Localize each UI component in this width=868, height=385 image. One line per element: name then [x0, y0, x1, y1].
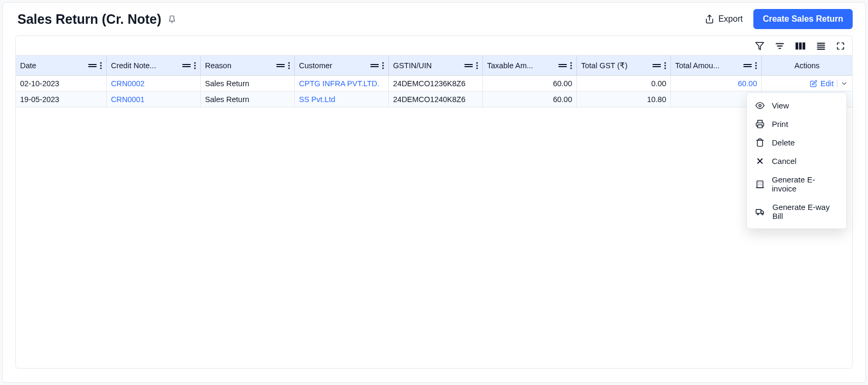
svg-rect-63: [756, 209, 761, 213]
svg-point-37: [477, 67, 478, 69]
filter-list-icon[interactable]: [775, 41, 785, 51]
svg-point-36: [477, 65, 478, 66]
cell-reason: Sales Return: [201, 76, 295, 91]
col-header-actions: Actions: [762, 56, 852, 75]
cell-gstin: 24DEMCO1240K8Z6: [389, 91, 483, 107]
svg-point-47: [665, 67, 666, 69]
fullscreen-icon[interactable]: [836, 42, 845, 50]
truck-icon: [755, 207, 765, 216]
drag-handle-icon[interactable]: [464, 63, 473, 68]
drag-handle-icon[interactable]: [182, 63, 191, 68]
svg-point-22: [194, 67, 196, 69]
export-button[interactable]: Export: [703, 11, 745, 27]
eye-icon: [755, 101, 764, 110]
drag-handle-icon[interactable]: [88, 63, 97, 68]
column-menu-icon[interactable]: [755, 62, 757, 69]
drag-handle-icon[interactable]: [370, 63, 379, 68]
dropdown-view[interactable]: View: [747, 96, 846, 115]
column-menu-icon[interactable]: [476, 62, 478, 69]
svg-point-32: [382, 67, 384, 69]
dropdown-print[interactable]: Print: [747, 115, 846, 133]
table-row: 19-05-2023 CRN0001 Sales Return SS Pvt.L…: [16, 91, 852, 107]
create-sales-return-button[interactable]: Create Sales Return: [753, 9, 853, 29]
svg-point-35: [477, 62, 478, 63]
col-header-gst[interactable]: Total GST (₹): [577, 56, 671, 75]
edit-icon[interactable]: [810, 80, 817, 87]
svg-rect-8: [802, 42, 805, 49]
pin-icon[interactable]: [167, 15, 176, 24]
cell-customer-link[interactable]: CPTG INFRA PVT.LTD.: [295, 76, 389, 91]
export-icon: [705, 14, 714, 24]
drag-handle-icon[interactable]: [652, 63, 661, 68]
svg-point-27: [288, 67, 290, 69]
col-header-date[interactable]: Date: [16, 56, 107, 75]
cell-amount-link[interactable]: 60.00: [671, 76, 762, 91]
svg-point-64: [757, 213, 759, 215]
col-header-credit-note[interactable]: Credit Note...: [107, 56, 201, 75]
cell-date: 02-10-2023: [16, 76, 107, 91]
svg-rect-54: [758, 125, 762, 128]
svg-point-42: [571, 67, 572, 69]
cell-gstin: 24DEMCO1236K8Z6: [389, 76, 483, 91]
svg-point-50: [755, 62, 757, 63]
drag-handle-icon[interactable]: [743, 63, 752, 68]
svg-point-40: [571, 62, 572, 63]
svg-point-16: [100, 65, 102, 66]
columns-icon[interactable]: [795, 41, 806, 51]
svg-point-46: [665, 65, 666, 66]
filter-icon[interactable]: [755, 41, 764, 51]
building-icon: [755, 180, 764, 189]
column-menu-icon[interactable]: [194, 62, 196, 69]
table-row: 02-10-2023 CRN0002 Sales Return CPTG INF…: [16, 76, 852, 91]
column-menu-icon[interactable]: [100, 62, 102, 69]
cell-customer-link[interactable]: SS Pvt.Ltd: [295, 91, 389, 107]
cell-gst: 10.80: [577, 91, 671, 107]
svg-point-31: [382, 65, 384, 66]
edit-button[interactable]: Edit: [820, 79, 834, 88]
col-header-taxable[interactable]: Taxable Am...: [483, 56, 577, 75]
dropdown-cancel[interactable]: Cancel: [747, 152, 846, 170]
svg-point-21: [194, 65, 196, 66]
col-header-customer[interactable]: Customer: [295, 56, 389, 75]
svg-point-26: [288, 65, 290, 66]
col-header-reason[interactable]: Reason: [201, 56, 295, 75]
export-label: Export: [718, 14, 743, 24]
chevron-down-icon[interactable]: [841, 80, 848, 87]
grid-header-row: Date Credit Note... Reason: [16, 56, 852, 76]
dropdown-generate-ewaybill[interactable]: Generate E-way Bill: [747, 198, 846, 225]
svg-point-25: [288, 62, 290, 63]
svg-point-53: [759, 104, 761, 106]
svg-point-52: [755, 67, 757, 69]
density-icon[interactable]: [816, 41, 826, 51]
svg-point-30: [382, 62, 384, 63]
column-menu-icon[interactable]: [382, 62, 384, 69]
row-actions-dropdown: View Print Delete Cancel Generate E-invo…: [746, 93, 847, 229]
cell-credit-note-link[interactable]: CRN0002: [107, 76, 201, 91]
drag-handle-icon[interactable]: [276, 63, 285, 68]
svg-marker-2: [756, 42, 764, 50]
svg-rect-7: [799, 42, 802, 49]
data-grid: Date Credit Note... Reason: [16, 55, 852, 368]
trash-icon: [755, 138, 764, 147]
page-header: Sales Return (Cr. Note) Export Create Sa…: [3, 3, 865, 35]
svg-point-17: [100, 67, 102, 69]
divider: [837, 80, 837, 87]
col-header-amount[interactable]: Total Amou...: [671, 56, 762, 75]
column-menu-icon[interactable]: [288, 62, 290, 69]
cell-date: 19-05-2023: [16, 91, 107, 107]
data-panel: Date Credit Note... Reason: [15, 35, 853, 369]
printer-icon: [755, 120, 764, 129]
svg-point-45: [665, 62, 666, 63]
cell-credit-note-link[interactable]: CRN0001: [107, 91, 201, 107]
column-menu-icon[interactable]: [570, 62, 572, 69]
column-menu-icon[interactable]: [664, 62, 666, 69]
dropdown-generate-einvoice[interactable]: Generate E-invoice: [747, 170, 846, 198]
cell-actions: Edit: [762, 76, 852, 91]
cell-taxable: 60.00: [483, 91, 577, 107]
svg-point-65: [762, 213, 763, 215]
grid-toolbar: [16, 36, 852, 55]
col-header-gstin[interactable]: GSTIN/UIN: [389, 56, 483, 75]
drag-handle-icon[interactable]: [558, 63, 567, 68]
svg-rect-57: [757, 181, 763, 188]
dropdown-delete[interactable]: Delete: [747, 133, 846, 152]
